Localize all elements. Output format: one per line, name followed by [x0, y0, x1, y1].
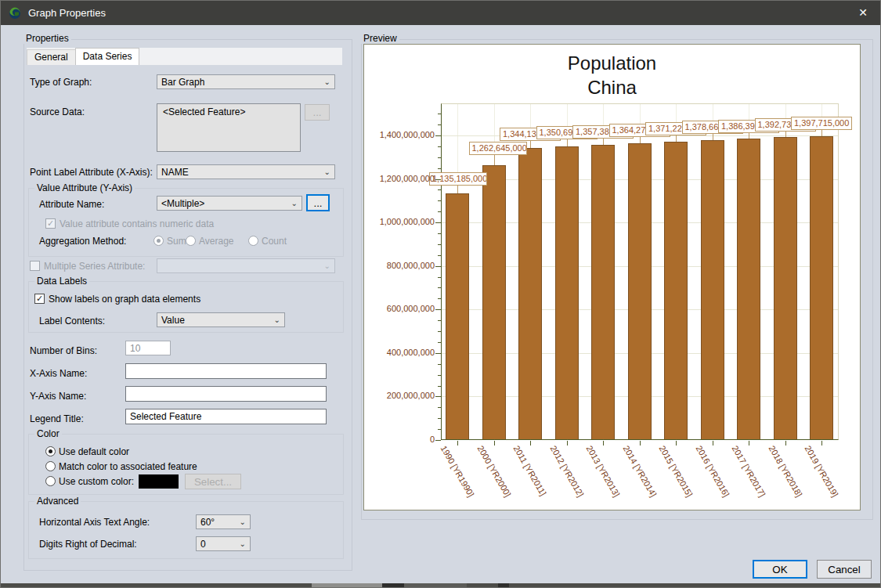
y-axis-minor-tick: [438, 418, 441, 419]
legend-title-value: Selected Feature: [130, 411, 201, 422]
y-axis-tick: [435, 309, 441, 310]
y-axis-name-label: Y-Axis Name:: [30, 391, 86, 402]
x-axis-tick-label: 2019 [YR2019]: [803, 444, 840, 499]
x-axis-tick-label: 2012 [YR2012]: [548, 444, 585, 499]
chevron-down-icon: ⌄: [240, 518, 246, 526]
preview-group-label: Preview: [361, 33, 399, 44]
attribute-name-label: Attribute Name:: [39, 199, 104, 210]
cancel-button[interactable]: Cancel: [817, 560, 872, 579]
aggregation-method-label: Aggregation Method:: [39, 236, 126, 247]
app-logo-icon: [8, 5, 22, 20]
y-axis-minor-tick: [438, 189, 441, 190]
aggregation-average-radio: [186, 236, 196, 246]
bottom-edge-segment: [312, 583, 382, 588]
y-axis-tick: [435, 222, 441, 223]
y-axis-tick-label: 600,000,000: [387, 304, 435, 313]
numeric-data-checkbox-label: Value attribute contains numeric data: [60, 218, 214, 229]
chevron-down-icon: ⌄: [324, 78, 330, 86]
y-axis-name-input[interactable]: [125, 386, 327, 402]
x-axis-tick-label: 2017 [YR2017]: [731, 444, 767, 499]
y-axis-minor-tick: [438, 146, 441, 147]
chevron-down-icon: ⌄: [274, 316, 280, 324]
label-contents-combo[interactable]: Value ⌄: [157, 312, 285, 327]
source-data-listbox[interactable]: <Selected Feature>: [157, 103, 301, 152]
y-axis-minor-tick: [438, 255, 441, 256]
tab-data-series[interactable]: Data Series: [75, 48, 140, 65]
use-default-color-radio[interactable]: [45, 446, 56, 456]
point-label-attribute-value: NAME: [161, 167, 189, 178]
type-of-graph-combo[interactable]: Bar Graph ⌄: [157, 74, 335, 89]
window-title: Graph Properties: [28, 7, 106, 19]
y-axis-minor-tick: [438, 386, 441, 387]
bottom-edge-segment: [382, 583, 404, 588]
multiple-series-label: Multiple Series Attribute:: [44, 261, 145, 272]
number-of-bins-value: 10: [130, 343, 140, 354]
advanced-groupbox: [28, 501, 344, 559]
source-data-browse-button: ...: [305, 104, 330, 121]
use-custom-color-radio[interactable]: [45, 476, 56, 486]
digits-decimal-value: 0: [200, 539, 206, 550]
attribute-name-combo[interactable]: <Multiple> ⌄: [157, 196, 302, 211]
x-axis-tick-label: 2015 [YR2015]: [658, 444, 695, 499]
show-labels-checkbox[interactable]: ✓: [34, 294, 45, 304]
aggregation-sum-label: Sum: [167, 236, 186, 247]
point-label-attribute-label: Point Label Attribute (X-Axis):: [30, 167, 153, 178]
y-axis-tick-label: 800,000,000: [387, 261, 435, 270]
tab-general[interactable]: General: [27, 49, 76, 65]
title-bar: Graph Properties ✕: [0, 0, 881, 25]
source-data-item: <Selected Feature>: [163, 106, 245, 117]
x-axis-tick: [785, 441, 786, 446]
label-contents-label: Label Contents:: [39, 316, 105, 326]
attribute-name-value: <Multiple>: [161, 198, 204, 209]
x-axis-tick-label: 2000 [YR2000]: [475, 444, 512, 499]
y-axis-minor-tick: [438, 407, 441, 408]
custom-color-swatch: [139, 474, 179, 489]
y-axis-minor-tick: [438, 244, 441, 245]
digits-decimal-label: Digits Right of Decimal:: [39, 539, 137, 550]
numeric-data-checkbox: ✓: [45, 218, 56, 229]
properties-group-label: Properties: [23, 33, 71, 44]
y-axis-tick-label: 400,000,000: [387, 348, 435, 357]
data-label: 1,397,715,000: [791, 117, 852, 130]
chart-canvas: Population China 0200,000,000400,000,000…: [363, 44, 861, 510]
legend-title-label: Legend Title:: [30, 413, 84, 424]
x-axis-name-input[interactable]: [125, 363, 327, 379]
match-color-radio[interactable]: [45, 461, 56, 471]
check-icon: ✓: [36, 294, 43, 303]
y-axis-minor-tick: [438, 287, 441, 288]
x-axis-tick: [494, 441, 495, 446]
attribute-name-browse-button[interactable]: ...: [306, 194, 330, 211]
y-axis-tick-label: 1,000,000,000: [380, 217, 435, 226]
y-axis-minor-tick: [438, 429, 441, 430]
x-axis-name-label: X-Axis Name:: [30, 368, 87, 379]
chart-title-line2: China: [364, 77, 860, 99]
source-data-label: Source Data:: [30, 106, 85, 117]
point-label-attribute-combo[interactable]: NAME ⌄: [157, 164, 335, 179]
ok-button[interactable]: OK: [753, 560, 807, 579]
x-axis-tick: [567, 441, 568, 446]
aggregation-sum-radio: [153, 236, 164, 246]
y-axis-tick: [435, 440, 441, 441]
data-labels-group-label: Data Labels: [34, 276, 89, 287]
y-axis-minor-tick: [438, 168, 441, 169]
close-button[interactable]: ✕: [845, 0, 881, 25]
type-of-graph-value: Bar Graph: [161, 77, 204, 88]
y-axis-minor-tick: [438, 233, 441, 234]
y-axis-minor-tick: [438, 277, 441, 278]
aggregation-count-label: Count: [262, 236, 287, 247]
tab-strip: General Data Series: [27, 48, 342, 65]
legend-title-input[interactable]: Selected Feature: [125, 409, 327, 424]
y-axis-minor-tick: [438, 375, 441, 376]
y-axis-minor-tick: [438, 211, 441, 212]
digits-decimal-combo[interactable]: 0 ⌄: [196, 536, 251, 551]
y-axis-tick-label: 200,000,000: [387, 391, 435, 400]
chevron-down-icon: ⌄: [324, 168, 330, 176]
advanced-group-label: Advanced: [34, 496, 81, 507]
aggregation-count-radio: [248, 236, 258, 246]
multiple-series-combo: ⌄: [157, 258, 335, 273]
use-custom-color-label: Use custom color:: [59, 476, 134, 487]
number-of-bins-input: 10: [125, 341, 171, 355]
y-axis-minor-tick: [438, 298, 441, 299]
check-icon: ✓: [47, 219, 54, 228]
axis-text-angle-combo[interactable]: 60° ⌄: [196, 514, 251, 529]
